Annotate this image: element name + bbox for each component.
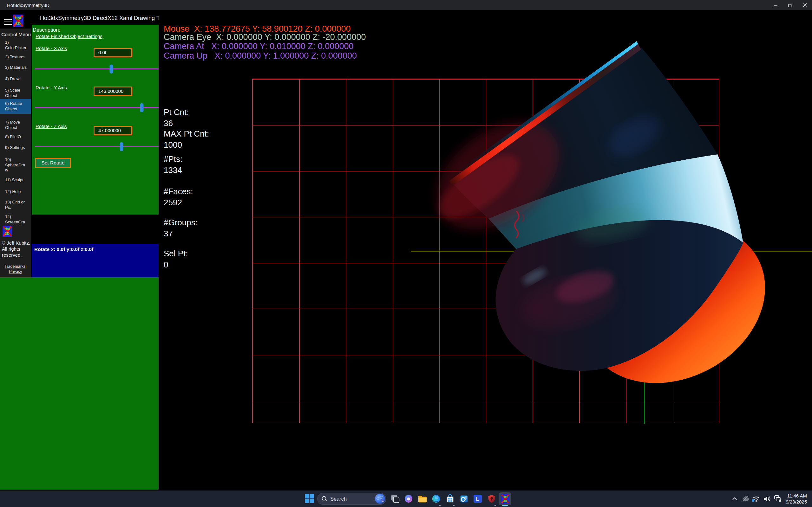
legal-links: Trademarks| Privacy	[0, 264, 31, 274]
rotate-y-input[interactable]: 143.000000	[94, 87, 132, 96]
rotate-settings-panel: Description: Rotate Finished Object Sett…	[32, 25, 159, 215]
search-icon	[321, 496, 328, 502]
sidebar-item-settings[interactable]: 9) Settings	[5, 145, 27, 151]
l-app-icon: L	[473, 494, 483, 504]
stat-num-groups: #Groups:37	[164, 217, 198, 239]
sidebar-item-sculpt[interactable]: 11) Sculpt	[5, 177, 27, 183]
stat-pt-cnt: Pt Cnt:36	[164, 107, 189, 128]
svg-text:3D: 3D	[503, 499, 507, 503]
svg-text:Hot: Hot	[4, 227, 10, 231]
windows-logo-icon	[305, 494, 314, 504]
trademarks-link[interactable]: Trademarks	[4, 264, 26, 269]
slider-thumb[interactable]	[140, 103, 143, 112]
system-tray: 11:46 AM 9/23/2025	[729, 491, 812, 507]
shield-running-indicator	[495, 505, 496, 506]
hud-camera-up: Camera Up X: 0.000000 Y: 1.000000 Z: 0.0…	[164, 51, 357, 61]
outlook-button[interactable]	[458, 493, 470, 505]
close-icon	[803, 3, 807, 8]
sidebar-item-help[interactable]: 12) Help	[5, 189, 27, 194]
active-app-indicator	[502, 505, 508, 506]
app-window: Hot3dxSymmetry3D Hot 3D Ho	[0, 0, 812, 507]
copyright-text: © Jeff Kubitz. All rights reserved.	[2, 240, 31, 258]
volume-icon[interactable]	[762, 493, 772, 504]
rotate-x-axis-label: Rotate - X Axis	[36, 46, 67, 51]
window-controls	[768, 0, 812, 10]
sidebar-item-scale-object[interactable]: 5) Scale Object	[5, 88, 27, 98]
svg-text:L: L	[476, 496, 479, 502]
sidebar-item-colorpicker[interactable]: 1) ColorPicker	[5, 40, 27, 50]
rotate-y-axis-label: Rotate - Y Axis	[36, 85, 67, 90]
minimize-button[interactable]	[768, 0, 783, 10]
outlook-icon	[459, 494, 469, 504]
security-shield-button[interactable]	[485, 493, 498, 505]
slider-track	[35, 146, 161, 147]
task-view-icon	[391, 494, 400, 504]
menu-hamburger-icon[interactable]	[4, 19, 12, 25]
search-highlight-image	[375, 494, 385, 504]
restore-icon	[788, 3, 793, 8]
sidebar-item-rotate-object[interactable]: 6) Rotate Object	[0, 99, 31, 114]
rotate-z-slider[interactable]	[35, 142, 159, 152]
store-button[interactable]	[444, 493, 456, 505]
wifi-secured-icon[interactable]	[751, 493, 762, 504]
rotate-settings-link[interactable]: Rotate Finished Object Settings	[36, 34, 102, 39]
close-button[interactable]	[798, 0, 812, 10]
task-view-button[interactable]	[389, 493, 402, 505]
hidden-icons-chevron[interactable]	[729, 493, 740, 504]
rotate-status-text: Rotate x: 0.0f y:0.0f z:0.0f	[34, 246, 93, 252]
restore-button[interactable]	[783, 0, 798, 10]
store-icon	[445, 494, 455, 504]
slider-thumb[interactable]	[110, 65, 113, 73]
sidebar-item-draw[interactable]: 4) Draw!	[5, 76, 27, 82]
sidebar-item-textures[interactable]: 2) Textures	[5, 55, 27, 60]
file-explorer-button[interactable]	[416, 493, 429, 505]
file-explorer-icon	[417, 494, 427, 504]
slider-thumb[interactable]	[120, 142, 123, 151]
sidebar-item-spheredraw[interactable]: 10) SphereDraw	[5, 157, 27, 173]
minimize-icon	[773, 3, 778, 7]
search-box[interactable]: Search	[317, 493, 386, 505]
svg-text:Hot: Hot	[15, 16, 21, 20]
rotate-z-axis-label: Rotate - Z Axis	[36, 124, 67, 129]
sidebar-logo: Hot 3D	[3, 226, 12, 237]
rotate-y-slider[interactable]	[35, 103, 159, 112]
onedrive-paused-icon[interactable]	[740, 493, 751, 504]
viewport-grid	[252, 78, 719, 424]
3d-viewport[interactable]: Mouse X: 138.772675 Y: 58.900120 Z: 0.00…	[159, 10, 812, 490]
set-rotate-button[interactable]: Set Rotate	[35, 158, 71, 168]
edge-running-indicator	[439, 505, 441, 506]
hot3dx-app-icon: Hot 3D	[501, 494, 509, 504]
clock-date: 9/23/2025	[786, 499, 807, 505]
hud-camera-at: Camera At X: 0.000000 Y: 0.010000 Z: 0.0…	[164, 42, 353, 51]
sidebar-item-grid-or-pic[interactable]: 13) Grid or Pic	[5, 200, 27, 210]
rotate-x-input[interactable]: 0.0f	[94, 48, 132, 57]
stat-num-pts: #Pts:1334	[164, 154, 183, 175]
start-button[interactable]	[303, 493, 316, 505]
edge-button[interactable]	[430, 493, 443, 505]
svg-text:3D: 3D	[15, 21, 21, 26]
sidebar-item-materials[interactable]: 3) Materials	[5, 65, 27, 70]
edge-icon	[432, 494, 441, 504]
security-shield-icon	[487, 494, 496, 504]
rotate-z-input[interactable]: 47.000000	[94, 126, 132, 135]
security-update-icon[interactable]	[772, 493, 783, 504]
hot3dx-app-button[interactable]: Hot 3D	[499, 493, 511, 505]
privacy-link[interactable]: Privacy	[9, 269, 22, 274]
clock-time: 11:46 AM	[786, 493, 807, 499]
app-logo: Hot 3D	[13, 14, 23, 27]
store-running-indicator	[453, 505, 455, 506]
copilot-button[interactable]	[402, 493, 415, 505]
svg-text:3D: 3D	[5, 232, 10, 235]
rotate-x-slider[interactable]	[35, 64, 159, 74]
sidebar-item-fileio[interactable]: 8) FileIO	[5, 134, 27, 140]
app-title: Hot3dxSymmetry3D DirectX12 Xaml Drawing …	[40, 15, 170, 21]
stat-max-pt-cnt: MAX Pt Cnt:1000	[164, 129, 209, 150]
search-placeholder: Search	[330, 496, 375, 502]
taskbar-clock[interactable]: 11:46 AM 9/23/2025	[786, 493, 807, 505]
window-titlebar: Hot3dxSymmetry3D	[0, 0, 812, 10]
sidebar-item-move-object[interactable]: 7) Move Object	[5, 120, 27, 130]
l-app-button[interactable]: L	[471, 493, 484, 505]
slider-track	[35, 68, 161, 69]
description-label: Description:	[33, 27, 60, 33]
hud-camera-eye: Camera Eye X: 0.000000 Y: 0.000000 Z: -2…	[164, 32, 366, 42]
